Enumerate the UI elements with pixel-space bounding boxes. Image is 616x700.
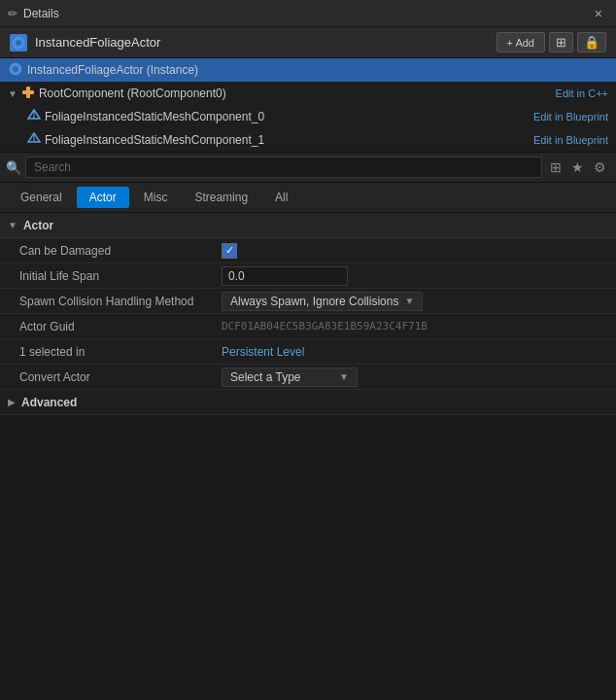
convert-actor-arrow-icon: ▼: [339, 371, 349, 382]
actor-section-arrow: ▼: [8, 220, 17, 230]
title-bar: ✏ Details ×: [0, 0, 616, 27]
tab-misc[interactable]: Misc: [131, 187, 181, 208]
tree-area: InstancedFoliageActor (Instance) ▼ RootC…: [0, 58, 616, 153]
tab-all[interactable]: All: [262, 187, 300, 208]
convert-actor-dropdown-label: Select a Type: [230, 370, 333, 384]
prop-selected-in-value: Persistent Level: [222, 345, 608, 359]
prop-actor-guid-value: DCF01AB04EC5B3GA83E1B59A23C4F71B: [222, 320, 608, 332]
prop-initial-life-span-value: [222, 266, 608, 286]
initial-life-span-input[interactable]: [222, 266, 348, 286]
prop-can-be-damaged-value: ✓: [222, 243, 608, 259]
prop-initial-life-span-label: Initial Life Span: [8, 269, 222, 283]
selected-in-link[interactable]: Persistent Level: [222, 345, 304, 359]
actor-guid-text: DCF01AB04EC5B3GA83E1B59A23C4F71B: [222, 320, 428, 332]
expand-arrow: ▼: [8, 88, 17, 99]
advanced-section[interactable]: ▶ Advanced: [0, 390, 616, 415]
prop-spawn-collision-label: Spawn Collision Handling Method: [8, 295, 222, 308]
add-button[interactable]: + Add: [496, 32, 545, 52]
prop-initial-life-span: Initial Life Span: [0, 263, 616, 289]
search-icon: 🔍: [6, 160, 21, 175]
prop-spawn-collision-value: Always Spawn, Ignore Collisions ▼: [222, 292, 608, 311]
prop-actor-guid: Actor Guid DCF01AB04EC5B3GA83E1B59A23C4F…: [0, 314, 616, 339]
actor-actions: + Add ⊞ 🔒: [496, 32, 606, 52]
spawn-collision-dropdown-label: Always Spawn, Ignore Collisions: [230, 295, 398, 308]
instance-label: InstancedFoliageActor (Instance): [27, 63, 608, 77]
search-actions: ⊞ ★ ⚙: [546, 158, 610, 177]
prop-convert-actor-label: Convert Actor: [8, 370, 222, 384]
checkmark-icon: ✓: [225, 244, 234, 257]
prop-actor-guid-label: Actor Guid: [8, 320, 222, 333]
search-input[interactable]: [25, 157, 542, 178]
svg-point-3: [13, 66, 18, 72]
title-bar-text: Details: [23, 7, 589, 20]
svg-rect-5: [26, 87, 30, 98]
lock-button[interactable]: 🔒: [577, 32, 606, 52]
mesh1-label: FoliageInstancedStaticMeshComponent_1: [45, 133, 533, 147]
layout-button[interactable]: ⊞: [549, 32, 573, 52]
prop-selected-in-label: 1 selected in: [8, 345, 222, 359]
prop-convert-actor: Convert Actor Select a Type ▼: [0, 365, 616, 390]
settings-button[interactable]: ⚙: [590, 158, 610, 177]
can-be-damaged-checkbox[interactable]: ✓: [222, 243, 237, 259]
tree-item-mesh1[interactable]: FoliageInstancedStaticMeshComponent_1 Ed…: [0, 128, 616, 152]
actor-icon: [10, 34, 27, 52]
root-edit-cpp[interactable]: Edit in C++: [556, 88, 608, 99]
mesh1-edit-bp[interactable]: Edit in Blueprint: [533, 134, 608, 146]
mesh0-label: FoliageInstancedStaticMeshComponent_0: [45, 110, 533, 123]
spawn-collision-dropdown[interactable]: Always Spawn, Ignore Collisions ▼: [222, 292, 423, 311]
prop-spawn-collision: Spawn Collision Handling Method Always S…: [0, 289, 616, 314]
root-icon: [21, 86, 35, 101]
tabs-bar: General Actor Misc Streaming All: [0, 183, 616, 213]
prop-can-be-damaged-label: Can be Damaged: [8, 244, 222, 258]
advanced-section-title: Advanced: [21, 396, 77, 409]
instance-icon: [8, 61, 23, 79]
tree-item-instance[interactable]: InstancedFoliageActor (Instance): [0, 58, 616, 82]
svg-point-1: [16, 40, 21, 46]
details-icon: ✏: [8, 7, 17, 20]
convert-actor-dropdown[interactable]: Select a Type ▼: [222, 368, 358, 387]
actor-section-title: Actor: [23, 219, 53, 232]
tree-item-root[interactable]: ▼ RootComponent (RootComponent0) Edit in…: [0, 82, 616, 105]
dropdown-arrow-icon: ▼: [404, 296, 414, 306]
advanced-arrow-icon: ▶: [8, 397, 16, 407]
close-button[interactable]: ×: [589, 4, 608, 23]
actor-name-bar: InstancedFoliageActor + Add ⊞ 🔒: [0, 27, 616, 58]
mesh1-icon: [27, 132, 41, 148]
tab-general[interactable]: General: [8, 187, 75, 208]
prop-selected-in: 1 selected in Persistent Level: [0, 339, 616, 365]
properties-area: ▼ Actor Can be Damaged ✓ Initial Life Sp…: [0, 213, 616, 415]
grid-view-button[interactable]: ⊞: [546, 158, 565, 177]
root-label: RootComponent (RootComponent0): [39, 87, 556, 100]
mesh0-edit-bp[interactable]: Edit in Blueprint: [533, 111, 608, 122]
favorites-button[interactable]: ★: [567, 158, 588, 177]
actor-section-header[interactable]: ▼ Actor: [0, 213, 616, 238]
search-bar: 🔍 ⊞ ★ ⚙: [0, 153, 616, 183]
mesh0-icon: [27, 109, 41, 124]
tab-actor[interactable]: Actor: [77, 187, 129, 208]
prop-can-be-damaged: Can be Damaged ✓: [0, 238, 616, 263]
actor-name: InstancedFoliageActor: [35, 35, 160, 50]
tab-streaming[interactable]: Streaming: [182, 187, 260, 208]
prop-convert-actor-value: Select a Type ▼: [222, 368, 608, 387]
tree-item-mesh0[interactable]: FoliageInstancedStaticMeshComponent_0 Ed…: [0, 105, 616, 128]
